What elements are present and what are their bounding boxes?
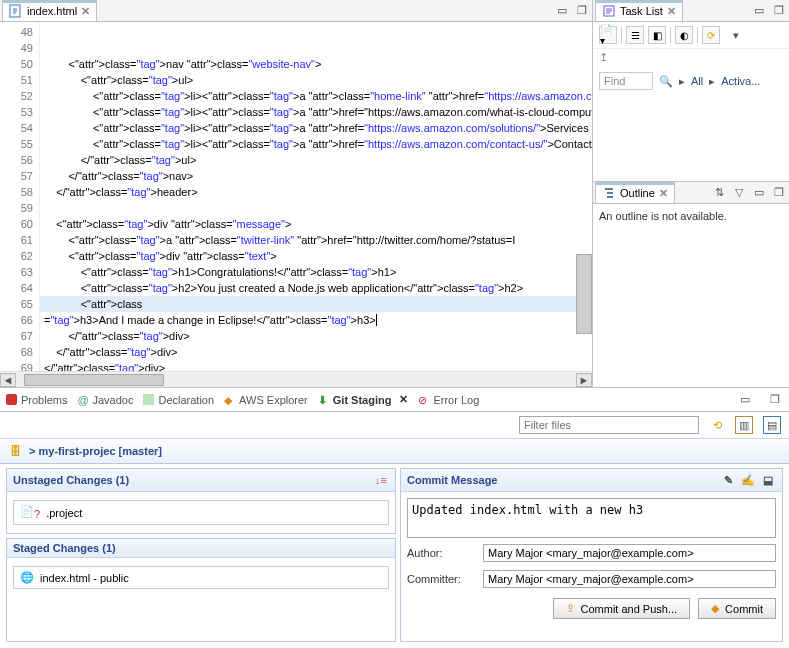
repo-header: 🗄 > my-first-projec [master] xyxy=(0,438,789,464)
editor-tabbar: index.html ✕ ▭ ❐ xyxy=(0,0,592,22)
tab-git-staging[interactable]: ⬇Git Staging✕ xyxy=(318,393,409,406)
staged-file-item[interactable]: 🌐 index.html - public xyxy=(13,566,389,589)
unstaged-title: Unstaged Changes (1) xyxy=(13,474,129,486)
focus-button[interactable]: ◐ xyxy=(675,26,693,44)
column-layout-button[interactable]: ▥ xyxy=(735,416,753,434)
commit-and-push-button[interactable]: ⇪Commit and Push... xyxy=(553,598,691,619)
staged-title: Staged Changes (1) xyxy=(13,542,116,554)
schedule-button[interactable]: ◧ xyxy=(648,26,666,44)
committer-input[interactable] xyxy=(483,570,776,588)
minimize-icon[interactable]: ▭ xyxy=(737,392,753,408)
outline-tab[interactable]: Outline ✕ xyxy=(595,182,675,203)
commit-message-panel: Commit Message ✎ ✍ ⬓ Author: Commi xyxy=(400,468,783,642)
task-list-title: Task List xyxy=(620,5,663,17)
aws-icon: ◆ xyxy=(224,394,235,405)
tab-declaration[interactable]: Declaration xyxy=(143,394,214,406)
sync-button[interactable]: ⟳ xyxy=(702,26,720,44)
code-content[interactable]: <"attr">class="tag">nav "attr">class="we… xyxy=(40,22,592,371)
author-label: Author: xyxy=(407,547,475,559)
unknown-file-icon: 📄? xyxy=(20,505,40,520)
scroll-left-icon[interactable]: ◄ xyxy=(0,373,16,387)
code-editor[interactable]: 48 49 50 51 52 53 54 55 56 57 58 59 60 6… xyxy=(0,22,592,371)
minimize-icon[interactable]: ▭ xyxy=(751,3,767,19)
close-icon[interactable]: ✕ xyxy=(81,5,90,18)
horizontal-scrollbar[interactable]: ◄ ► xyxy=(0,371,592,387)
close-icon[interactable]: ✕ xyxy=(659,187,668,200)
categorize-button[interactable]: ☰ xyxy=(626,26,644,44)
collapse-icon[interactable]: ↥ xyxy=(593,49,789,66)
repo-title: > my-first-projec [master] xyxy=(29,445,162,457)
outline-icon xyxy=(602,186,616,200)
close-icon[interactable]: ✕ xyxy=(399,393,408,406)
problems-icon xyxy=(6,394,17,405)
link-icon[interactable]: ⇅ xyxy=(711,185,727,201)
unstaged-file-item[interactable]: 📄? .project xyxy=(13,500,389,525)
line-gutter: 48 49 50 51 52 53 54 55 56 57 58 59 60 6… xyxy=(0,22,40,371)
minimize-icon[interactable]: ▭ xyxy=(751,185,767,201)
vertical-scrollbar-thumb[interactable] xyxy=(576,254,592,334)
error-log-icon: ⊘ xyxy=(418,394,429,405)
commit-icon: ◆ xyxy=(711,602,719,615)
all-link[interactable]: All xyxy=(691,75,703,87)
maximize-icon[interactable]: ❐ xyxy=(771,3,787,19)
close-icon[interactable]: ✕ xyxy=(667,5,676,18)
editor-tab-label: index.html xyxy=(27,5,77,17)
commit-message-title: Commit Message xyxy=(407,474,497,486)
amend-button[interactable]: ✎ xyxy=(720,472,736,488)
bottom-view-tabs: Problems @Javadoc Declaration ◆AWS Explo… xyxy=(0,388,789,412)
minimize-icon[interactable]: ▭ xyxy=(554,3,570,19)
javadoc-icon: @ xyxy=(77,394,88,405)
editor-pane: index.html ✕ ▭ ❐ 48 49 50 51 52 53 54 55… xyxy=(0,0,593,387)
outline-message: An outline is not available. xyxy=(593,204,789,228)
filter-files-input[interactable] xyxy=(519,416,699,434)
refresh-button[interactable]: ⟲ xyxy=(709,417,725,433)
view-menu-icon[interactable]: ▾ xyxy=(728,27,744,43)
task-list-tab[interactable]: Task List ✕ xyxy=(595,0,683,21)
search-icon[interactable]: 🔍 xyxy=(659,75,673,88)
activate-link[interactable]: Activa... xyxy=(721,75,760,87)
declaration-icon xyxy=(143,394,154,405)
task-list-view: Task List ✕ ▭ ❐ 📄▾ ☰ ◧ ◐ ⟳ ▾ xyxy=(593,0,789,182)
commit-button[interactable]: ◆Commit xyxy=(698,598,776,619)
tab-error-log[interactable]: ⊘Error Log xyxy=(418,394,479,406)
task-list-icon xyxy=(602,4,616,18)
push-icon: ⇪ xyxy=(566,602,575,615)
editor-tab-index-html[interactable]: index.html ✕ xyxy=(2,0,97,21)
tab-aws-explorer[interactable]: ◆AWS Explorer xyxy=(224,394,308,406)
git-icon: ⬇ xyxy=(318,394,329,405)
staged-changes-panel: Staged Changes (1) 🌐 index.html - public xyxy=(6,538,396,642)
view-menu-icon[interactable]: ▽ xyxy=(731,185,747,201)
file-label: .project xyxy=(46,507,82,519)
row-layout-button[interactable]: ▤ xyxy=(763,416,781,434)
sort-button[interactable]: ↓≡ xyxy=(373,472,389,488)
outline-title: Outline xyxy=(620,187,655,199)
maximize-icon[interactable]: ❐ xyxy=(771,185,787,201)
file-label: index.html - public xyxy=(40,572,129,584)
repo-icon: 🗄 xyxy=(10,445,21,457)
changeid-button[interactable]: ⬓ xyxy=(760,472,776,488)
tab-problems[interactable]: Problems xyxy=(6,394,67,406)
find-input[interactable]: Find xyxy=(599,72,653,90)
unstaged-changes-panel: Unstaged Changes (1) ↓≡ 📄? .project xyxy=(6,468,396,534)
html-file-icon: 🌐 xyxy=(20,571,34,584)
horizontal-scrollbar-thumb[interactable] xyxy=(24,374,164,386)
maximize-icon[interactable]: ❐ xyxy=(574,3,590,19)
tab-javadoc[interactable]: @Javadoc xyxy=(77,394,133,406)
committer-label: Committer: xyxy=(407,573,475,585)
maximize-icon[interactable]: ❐ xyxy=(767,392,783,408)
scroll-right-icon[interactable]: ► xyxy=(576,373,592,387)
signoff-button[interactable]: ✍ xyxy=(740,472,756,488)
commit-message-input[interactable] xyxy=(407,498,776,538)
author-input[interactable] xyxy=(483,544,776,562)
new-task-button[interactable]: 📄▾ xyxy=(599,26,617,44)
task-toolbar: 📄▾ ☰ ◧ ◐ ⟳ ▾ xyxy=(593,22,789,49)
outline-view: Outline ✕ ⇅ ▽ ▭ ❐ An outline is not avai… xyxy=(593,182,789,387)
html-file-icon xyxy=(9,4,23,18)
